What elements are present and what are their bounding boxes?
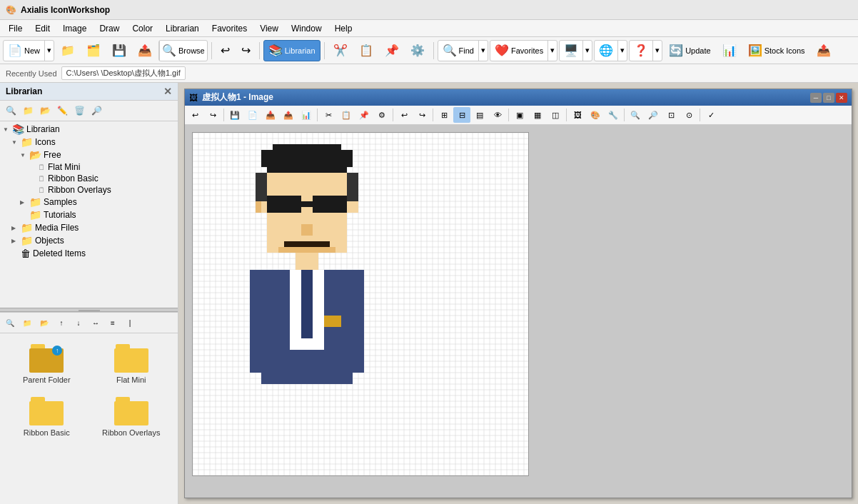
- cut-button[interactable]: ✂️: [328, 40, 353, 61]
- img-tb-show[interactable]: 👁: [489, 107, 506, 123]
- update-button[interactable]: 🔄 Update: [664, 40, 715, 61]
- stock-icons-button[interactable]: 🖼️ Stock Icons: [743, 40, 810, 61]
- redo-button[interactable]: ↪: [236, 40, 256, 61]
- sb-search-btn[interactable]: 🔍: [3, 103, 19, 119]
- sb-bottom-btn6[interactable]: ↔: [88, 315, 104, 331]
- undo-button[interactable]: ↩: [216, 40, 235, 61]
- img-tb-undo[interactable]: ↩: [395, 107, 413, 123]
- menu-help[interactable]: Help: [329, 22, 358, 35]
- paste-button[interactable]: 📌: [380, 40, 404, 61]
- close-button[interactable]: ✕: [836, 93, 847, 103]
- sb-zoom-btn[interactable]: 🔎: [89, 103, 104, 119]
- tree-item-objects[interactable]: ▶ 📁 Objects: [10, 234, 176, 247]
- img-tb-save[interactable]: 💾: [226, 107, 243, 123]
- img-tb-grid3[interactable]: ▤: [471, 107, 488, 123]
- img-tb-paste[interactable]: 📌: [355, 107, 373, 123]
- menu-image[interactable]: Image: [57, 22, 92, 35]
- settings-button[interactable]: ⚙️: [405, 40, 430, 61]
- browse-button[interactable]: 🔍 Browse: [159, 41, 207, 61]
- sb-open-btn[interactable]: 📂: [37, 103, 53, 119]
- tree-item-tutorials[interactable]: ▶ 📁 Tutorials: [19, 208, 176, 221]
- img-tb-btn2[interactable]: ↪: [204, 107, 221, 123]
- export3-button[interactable]: 📤: [812, 40, 836, 61]
- img-tb-fit[interactable]: ⊡: [662, 107, 680, 123]
- find-button[interactable]: 🔍 Find: [438, 41, 478, 61]
- open2-button[interactable]: 🗂️: [81, 40, 106, 61]
- menu-window[interactable]: Window: [286, 22, 328, 35]
- img-tb-frame2[interactable]: ▦: [529, 107, 546, 123]
- img-tb-cut[interactable]: ✂: [320, 107, 337, 123]
- export2-button[interactable]: 📊: [717, 40, 742, 61]
- new-dropdown[interactable]: ▾: [44, 41, 54, 61]
- img-tb-frame1[interactable]: ▣: [511, 107, 528, 123]
- img-tb-export2[interactable]: 📊: [298, 107, 315, 123]
- img-tb-frame3[interactable]: ◫: [547, 107, 564, 123]
- maximize-button[interactable]: □: [823, 93, 834, 103]
- file-item-ribbon-overlays[interactable]: Ribbon Overlays: [91, 392, 173, 442]
- tree-item-samples[interactable]: ▶ 📁 Samples: [19, 196, 176, 208]
- img-tb-redo[interactable]: ↪: [413, 107, 430, 123]
- tree-item-ribbon-basic[interactable]: ▶ 🗒 Ribbon Basic: [27, 173, 176, 184]
- save-button[interactable]: 💾: [107, 40, 131, 61]
- file-item-ribbon-basic[interactable]: Ribbon Basic: [6, 392, 88, 442]
- img-tb-grid2[interactable]: ⊟: [453, 107, 470, 123]
- tree-item-flat-mini[interactable]: ▶ 🗒 Flat Mini: [27, 161, 176, 173]
- menu-edit[interactable]: Edit: [29, 22, 56, 35]
- image-canvas-area[interactable]: [185, 125, 852, 498]
- sb-new-btn[interactable]: 📁: [20, 103, 36, 119]
- sb-bottom-btn3[interactable]: 📂: [36, 315, 52, 331]
- tree-item-deleted-items[interactable]: ▶ 🗑 Deleted Items: [10, 247, 176, 260]
- copy-button[interactable]: 📋: [354, 40, 378, 61]
- img-tb-check[interactable]: ✓: [702, 107, 720, 123]
- menu-color[interactable]: Color: [126, 22, 158, 35]
- img-tb-copy[interactable]: 📋: [338, 107, 355, 123]
- sb-bottom-btn1[interactable]: 🔍: [2, 315, 18, 331]
- minimize-button[interactable]: ─: [810, 93, 822, 103]
- menu-draw[interactable]: Draw: [94, 22, 125, 35]
- tree-item-free[interactable]: ▼ 📂 Free: [19, 148, 176, 161]
- img-tb-palette[interactable]: 🎨: [587, 107, 604, 123]
- img-tb-btn1[interactable]: ↩: [186, 107, 203, 123]
- sb-bottom-btn2[interactable]: 📁: [19, 315, 35, 331]
- screen-button[interactable]: 🖥️: [560, 41, 582, 61]
- open-button[interactable]: 📁: [56, 40, 80, 61]
- screen-dropdown[interactable]: ▾: [582, 41, 592, 61]
- file-item-flat-mini[interactable]: Flat Mini: [91, 339, 173, 389]
- img-tb-saveas[interactable]: 📄: [244, 107, 261, 123]
- favorites-button[interactable]: ❤️ Favorites: [490, 41, 547, 61]
- tree-item-media-files[interactable]: ▶ 📁 Media Files: [10, 221, 176, 234]
- file-item-parent-folder[interactable]: ↑ Parent Folder: [6, 339, 88, 389]
- tree-item-icons[interactable]: ▼ 📁 Icons: [10, 136, 176, 148]
- img-tb-export[interactable]: 📤: [280, 107, 297, 123]
- favorites-dropdown[interactable]: ▾: [547, 41, 557, 61]
- img-tb-zoom-out[interactable]: 🔎: [645, 107, 662, 123]
- menu-librarian[interactable]: Librarian: [160, 22, 205, 35]
- help-button[interactable]: ❓: [630, 41, 652, 61]
- menu-favorites[interactable]: Favorites: [206, 22, 253, 35]
- sb-bottom-btn5[interactable]: ↓: [71, 315, 86, 331]
- img-tb-image[interactable]: 🖼: [569, 107, 586, 123]
- new-button[interactable]: 📄 New: [4, 41, 44, 61]
- sb-edit-btn[interactable]: ✏️: [54, 103, 70, 119]
- sidebar-close-button[interactable]: ✕: [163, 86, 172, 97]
- img-tb-settings[interactable]: ⚙: [373, 107, 390, 123]
- img-tb-import[interactable]: 📥: [262, 107, 279, 123]
- img-tb-wand[interactable]: 🔧: [605, 107, 622, 123]
- export-button[interactable]: 📤: [133, 40, 157, 61]
- help-dropdown[interactable]: ▾: [652, 41, 662, 61]
- menu-file[interactable]: File: [3, 22, 28, 35]
- tree-item-librarian[interactable]: ▼ 📚 Librarian: [1, 123, 176, 136]
- librarian-button[interactable]: 📚 Librarian: [263, 40, 321, 61]
- web-button[interactable]: 🌐: [595, 41, 617, 61]
- img-tb-grid[interactable]: ⊞: [435, 107, 453, 123]
- tree-item-ribbon-overlays[interactable]: ▶ 🗒 Ribbon Overlays: [27, 184, 176, 196]
- recent-path[interactable]: C:\Users\ \Desktop\虚拟人物1.gif: [61, 66, 186, 80]
- img-tb-zoom-in[interactable]: 🔍: [627, 107, 644, 123]
- find-dropdown[interactable]: ▾: [478, 41, 488, 61]
- sb-bottom-btn7[interactable]: ≡: [105, 315, 121, 331]
- sb-delete-btn[interactable]: 🗑️: [71, 103, 87, 119]
- sb-bottom-btn8[interactable]: |: [122, 315, 138, 331]
- web-dropdown[interactable]: ▾: [617, 41, 627, 61]
- sb-bottom-btn4[interactable]: ↑: [54, 315, 69, 331]
- img-tb-magnify[interactable]: ⊙: [680, 107, 697, 123]
